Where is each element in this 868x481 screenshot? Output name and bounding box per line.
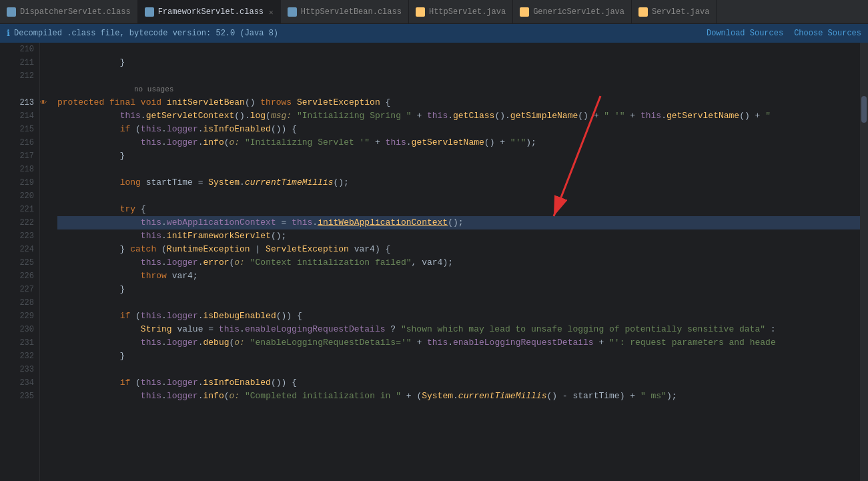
- download-sources-link[interactable]: Download Sources: [707, 29, 783, 38]
- code-line-226: throw var4;: [57, 270, 860, 283]
- java-icon: [638, 7, 648, 17]
- info-bar-right: Download Sources Choose Sources: [707, 29, 861, 38]
- code-line-216: this.logger.info(o: "Initializing Servle…: [57, 136, 860, 149]
- empty-marker: [40, 56, 53, 69]
- line-num-231: 231: [0, 336, 34, 350]
- code-line-227: }: [57, 283, 860, 296]
- code-line-220: [57, 189, 860, 203]
- line-num-230: 230: [0, 323, 34, 336]
- code-line-224: } catch (RuntimeException | ServletExcep…: [57, 243, 860, 256]
- tab-framework[interactable]: FrameworkServlet.class ✕: [138, 0, 281, 24]
- line-num-233: 233: [0, 363, 34, 376]
- line-num-218: 218: [0, 163, 34, 176]
- line-num-221: 221: [0, 203, 34, 216]
- line-num-220: 220: [0, 189, 34, 203]
- code-line-230: String value = this.enableLoggingRequest…: [57, 323, 860, 336]
- line-num-210: 210: [0, 43, 34, 56]
- line-num-216: 216: [0, 136, 34, 149]
- code-line-219: long startTime = System.currentTimeMilli…: [57, 176, 860, 189]
- info-icon: ℹ: [7, 28, 10, 39]
- code-line-234: if (this.logger.isInfoEnabled()) {: [57, 376, 860, 390]
- java-icon: [520, 7, 529, 17]
- java-icon: [416, 7, 425, 17]
- line-num-232: 232: [0, 350, 34, 363]
- tab-label: GenericServlet.java: [533, 7, 624, 17]
- code-line-218: [57, 163, 860, 176]
- close-icon[interactable]: ✕: [269, 8, 274, 17]
- line-num-227: 227: [0, 283, 34, 296]
- code-lines-container: } no usages protected final void initSer…: [53, 43, 860, 481]
- line-num-235: 235: [0, 390, 34, 403]
- code-line-225: this.logger.error(o: "Context initializa…: [57, 256, 860, 270]
- tab-label: HttpServletBean.class: [301, 7, 402, 17]
- line-num-214: 214: [0, 109, 34, 123]
- code-line-222: this.webApplicationContext = this.initWe…: [57, 216, 860, 229]
- scrollbar-thumb[interactable]: [861, 96, 867, 123]
- ide-window: DispatcherServlet.class FrameworkServlet…: [0, 0, 868, 481]
- line-num-219: 219: [0, 176, 34, 189]
- tab-httpservletbean[interactable]: HttpServletBean.class: [281, 0, 409, 24]
- code-line-233: [57, 363, 860, 376]
- line-num-comment: [0, 83, 34, 96]
- tab-genericservlet[interactable]: GenericServlet.java: [513, 0, 632, 24]
- code-line-210: [57, 43, 860, 56]
- line-num-215: 215: [0, 123, 34, 136]
- line-num-222: 222: [0, 216, 34, 229]
- line-num-212: 212: [0, 69, 34, 83]
- info-bar: ℹ Decompiled .class file, bytecode versi…: [0, 24, 868, 43]
- code-line-228: [57, 296, 860, 310]
- line-num-213: 213: [0, 96, 34, 109]
- class-icon: [145, 7, 154, 17]
- line-num-225: 225: [0, 256, 34, 270]
- empty-marker: [40, 69, 53, 83]
- tab-bar: DispatcherServlet.class FrameworkServlet…: [0, 0, 868, 24]
- tab-label: FrameworkServlet.class: [158, 7, 264, 17]
- class-icon: [7, 7, 16, 17]
- code-line-no-usages: no usages: [57, 83, 860, 96]
- empty-marker: [40, 43, 53, 56]
- code-line-231: this.logger.debug(o: "enableLoggingReque…: [57, 336, 860, 350]
- line-num-224: 224: [0, 243, 34, 256]
- empty-marker: [40, 136, 53, 149]
- code-area: 210 211 212 213 214 215 216 217 218 219 …: [0, 43, 868, 481]
- line-num-229: 229: [0, 310, 34, 323]
- tab-dispatcher[interactable]: DispatcherServlet.class: [0, 0, 138, 24]
- code-line-229: if (this.logger.isDebugEnabled()) {: [57, 310, 860, 323]
- eye-marker-213: 👁: [40, 96, 53, 109]
- line-num-217: 217: [0, 149, 34, 163]
- tab-label: Servlet.java: [652, 7, 709, 17]
- line-num-234: 234: [0, 376, 34, 390]
- line-num-228: 228: [0, 296, 34, 310]
- empty-marker: [40, 83, 53, 96]
- empty-marker: [40, 123, 53, 136]
- line-num-223: 223: [0, 229, 34, 243]
- line-num-211: 211: [0, 56, 34, 69]
- empty-marker: [40, 109, 53, 123]
- class-icon: [288, 7, 297, 17]
- code-line-215: if (this.logger.isInfoEnabled()) {: [57, 123, 860, 136]
- tab-httpservlet[interactable]: HttpServlet.java: [409, 0, 513, 24]
- code-line-212: [57, 69, 860, 83]
- choose-sources-link[interactable]: Choose Sources: [794, 29, 861, 38]
- vertical-scrollbar[interactable]: [860, 43, 868, 481]
- code-line-214: this.getServletContext().log(msg: "Initi…: [57, 109, 860, 123]
- marker-gutter: 👁: [40, 43, 53, 481]
- line-num-226: 226: [0, 270, 34, 283]
- tab-label: HttpServlet.java: [429, 7, 506, 17]
- line-number-gutter: 210 211 212 213 214 215 216 217 218 219 …: [0, 43, 40, 481]
- code-line-235: this.logger.info(o: "Completed initializ…: [57, 390, 860, 403]
- info-bar-left: ℹ Decompiled .class file, bytecode versi…: [7, 28, 278, 39]
- code-line-223: this.initFrameworkServlet();: [57, 229, 860, 243]
- tab-label: DispatcherServlet.class: [20, 7, 131, 17]
- code-line-213: protected final void initServletBean() t…: [57, 96, 860, 109]
- code-line-221: try {: [57, 203, 860, 216]
- info-bar-text: Decompiled .class file, bytecode version…: [14, 29, 278, 38]
- code-line-232: }: [57, 350, 860, 363]
- code-line-211: }: [57, 56, 860, 69]
- code-line-217: }: [57, 149, 860, 163]
- tab-servlet[interactable]: Servlet.java: [632, 0, 717, 24]
